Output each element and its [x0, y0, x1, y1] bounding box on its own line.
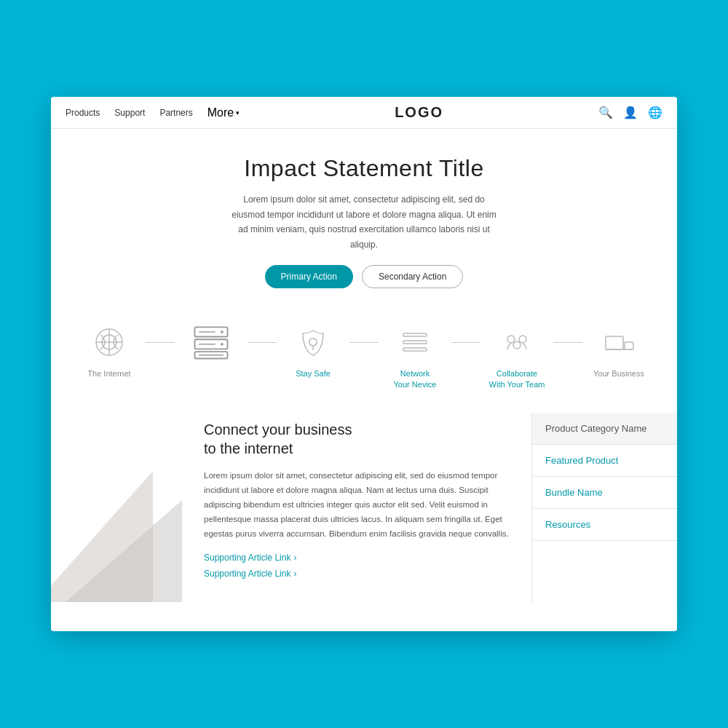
step-business: Your Business: [582, 320, 655, 379]
svg-point-7: [221, 331, 223, 333]
step-staysafe: Stay Safe: [277, 320, 349, 379]
decoration-triangles: [51, 413, 182, 602]
nav-more[interactable]: More ▾: [207, 106, 240, 119]
logo: LOGO: [395, 104, 443, 121]
svg-rect-13: [403, 341, 427, 344]
nav-left: Products Support Partners More ▾: [66, 106, 240, 119]
main-content: Connect your businessto the internet Lor…: [197, 413, 531, 602]
hero-body: Lorem ipsum dolor sit amet, consectetur …: [226, 192, 502, 252]
globe-icon[interactable]: 🌐: [648, 106, 662, 119]
connector-2: [248, 342, 277, 343]
hero-buttons: Primary Action Secondary Action: [95, 265, 633, 288]
primary-action-button[interactable]: Primary Action: [265, 265, 353, 288]
hero-section: Impact Statement Title Lorem ipsum dolor…: [51, 129, 677, 306]
secondary-action-button[interactable]: Secondary Action: [362, 265, 463, 288]
content-section: Connect your businessto the internet Lor…: [51, 405, 677, 631]
nav-products[interactable]: Products: [66, 108, 100, 118]
sidebar-item-bundle[interactable]: Bundle Name: [532, 477, 677, 509]
step-staysafe-label[interactable]: Stay Safe: [296, 368, 331, 379]
article-links: Supporting Article Link › Supporting Art…: [204, 553, 517, 579]
connector-5: [553, 342, 582, 343]
browser-window: Products Support Partners More ▾ LOGO 🔍 …: [51, 97, 677, 630]
svg-point-15: [507, 336, 515, 343]
step-collaborate-label[interactable]: CollaborateWith Your Team: [489, 368, 545, 391]
sidebar-item-featured[interactable]: Featured Product: [532, 445, 677, 477]
step-network: NetworkYour Nevice: [379, 320, 451, 391]
step-internet: The Internet: [73, 320, 146, 379]
sidebar-header: Product Category Name: [532, 413, 677, 445]
search-icon[interactable]: 🔍: [598, 106, 613, 119]
nav-partners[interactable]: Partners: [159, 108, 192, 118]
nav-support[interactable]: Support: [114, 108, 145, 118]
connector-1: [146, 342, 175, 343]
article-link-2[interactable]: Supporting Article Link ›: [204, 569, 517, 579]
svg-point-8: [221, 343, 223, 346]
step-server: [175, 320, 248, 364]
step-network-label[interactable]: NetworkYour Nevice: [394, 368, 437, 391]
svg-point-17: [513, 341, 521, 349]
nav-right: 🔍 👤 🌐: [598, 106, 662, 119]
svg-point-16: [519, 336, 526, 343]
left-decoration: [51, 413, 197, 602]
content-body: Lorem ipsum dolor sit amet, consectetur …: [204, 468, 517, 542]
step-internet-label: The Internet: [87, 368, 130, 379]
content-heading: Connect your businessto the internet: [204, 420, 517, 458]
connector-4: [451, 342, 480, 343]
svg-rect-14: [403, 348, 427, 351]
sidebar-item-resources[interactable]: Resources: [532, 509, 677, 541]
sidebar: Product Category Name Featured Product B…: [531, 413, 677, 602]
svg-rect-18: [606, 336, 623, 349]
hero-title: Impact Statement Title: [95, 155, 633, 182]
user-icon[interactable]: 👤: [623, 106, 638, 119]
svg-rect-19: [625, 342, 633, 349]
chevron-down-icon: ▾: [236, 109, 240, 116]
svg-rect-12: [403, 333, 427, 336]
navigation: Products Support Partners More ▾ LOGO 🔍 …: [51, 97, 677, 129]
chevron-right-icon-2: ›: [293, 569, 296, 579]
step-collaborate: CollaborateWith Your Team: [480, 320, 553, 391]
connector-3: [349, 342, 379, 343]
icon-row: The Internet: [51, 306, 677, 405]
chevron-right-icon: ›: [293, 553, 296, 563]
article-link-1[interactable]: Supporting Article Link ›: [204, 553, 517, 563]
step-business-label: Your Business: [593, 368, 644, 379]
